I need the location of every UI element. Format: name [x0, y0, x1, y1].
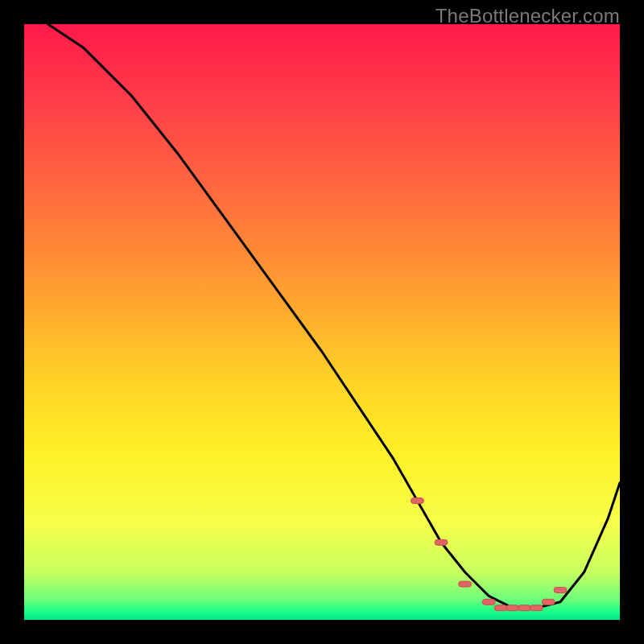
optimal-marker	[494, 605, 507, 611]
optimal-marker	[411, 498, 423, 504]
optimal-marker	[530, 605, 543, 611]
optimal-marker	[459, 581, 472, 587]
chart-background	[24, 24, 620, 620]
optimal-marker	[435, 539, 448, 545]
chart-svg	[24, 24, 620, 620]
chart-frame	[24, 24, 620, 620]
optimal-marker	[518, 605, 531, 611]
optimal-marker	[482, 599, 495, 605]
optimal-marker	[554, 588, 567, 593]
optimal-marker	[542, 599, 555, 605]
optimal-marker	[506, 605, 519, 611]
